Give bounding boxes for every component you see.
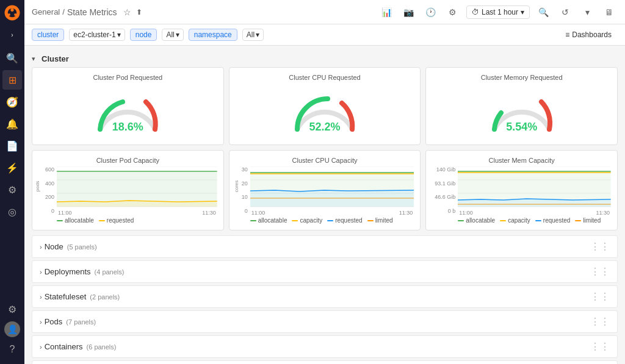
toolbar: cluster ec2-cluster-1 ▾ node All ▾ names… xyxy=(24,24,625,46)
sidebar-item-search[interactable]: 🔍 xyxy=(2,48,22,68)
cluster-mem-capacity-title: Cluster Mem Capacity xyxy=(432,157,611,164)
share-icon[interactable]: ⬆ xyxy=(136,8,142,16)
cluster-dropdown-icon: ▾ xyxy=(117,30,121,39)
sidebar: › 🔍 ⊞ 🧭 🔔 📄 ⚡ ⚙ ◎ ⚙ 👤 ? xyxy=(0,0,24,364)
yaxis-1: 600 400 200 0 xyxy=(38,166,56,224)
legend-label-allocatable-1: allocatable xyxy=(65,217,94,224)
xtick-3-1: 11:30 xyxy=(596,210,610,216)
legend-3: allocatable capacity requested xyxy=(458,217,611,224)
svg-marker-16 xyxy=(250,190,414,207)
sidebar-item-reports[interactable]: 📄 xyxy=(2,136,22,155)
section-row-pods[interactable]: › Pods (7 panels) ⋮⋮ xyxy=(32,310,618,333)
toolbar-right: ≡ Dashboards xyxy=(559,28,618,41)
xtick-2-1: 11:30 xyxy=(399,210,413,216)
chart-svg-2 xyxy=(250,166,414,208)
legend-2: allocatable capacity requested xyxy=(250,217,414,224)
dashboards-button[interactable]: ≡ Dashboards xyxy=(559,28,618,41)
ytick-2-1: 10 xyxy=(236,194,248,200)
sidebar-item-circle[interactable]: ◎ xyxy=(2,202,22,221)
legend-color-limited-3 xyxy=(575,220,581,221)
sidebar-item-alerts[interactable]: 🔔 xyxy=(2,114,22,134)
ytick-3-3: 140 Gib xyxy=(432,166,455,173)
section-sub-1: (4 panels) xyxy=(95,268,125,276)
cluster-value-select[interactable]: ec2-cluster-1 ▾ xyxy=(69,29,125,41)
legend-item-capacity-3: capacity xyxy=(500,217,530,224)
legend-1: allocatable requested xyxy=(57,217,217,224)
ytick-1-0: 0 xyxy=(38,208,54,214)
settings-button[interactable]: ⚙ xyxy=(444,4,461,21)
clock-button[interactable]: 🕐 xyxy=(422,4,439,21)
sidebar-item-data-sources[interactable]: ⚡ xyxy=(2,158,22,177)
ytick-1-3: 600 xyxy=(38,166,54,173)
legend-label-allocatable-3: allocatable xyxy=(466,217,495,224)
section-arrow-0: › xyxy=(40,243,42,251)
xaxis-2: 11:00 11:30 xyxy=(250,210,414,216)
svg-point-4 xyxy=(14,13,16,16)
section-arrow-2: › xyxy=(40,293,42,301)
sidebar-item-settings[interactable]: ⚙ xyxy=(2,299,22,319)
cluster-memory-requested-value: 5.54% xyxy=(506,121,537,134)
time-range-selector[interactable]: ⏱ Last 1 hour ▾ xyxy=(466,5,530,19)
section-row-statefuleset[interactable]: › Statefuleset (2 panels) ⋮⋮ xyxy=(32,285,618,308)
sidebar-item-dashboards[interactable]: ⊞ xyxy=(2,70,22,90)
sidebar-item-help[interactable]: ? xyxy=(2,340,22,359)
refresh-dropdown[interactable]: ▾ xyxy=(579,4,596,21)
monitor-button[interactable]: 🖥 xyxy=(601,4,618,21)
star-icon[interactable]: ☆ xyxy=(123,7,131,17)
chart-1-wrapper: 600 400 200 0 pods xyxy=(38,166,217,224)
legend-label-capacity-2: capacity xyxy=(300,217,322,224)
cluster-cpu-requested-gauge: 52.2% xyxy=(236,84,414,138)
svg-point-2 xyxy=(10,9,13,12)
header-left: General / State Metrics ☆ ⬆ xyxy=(32,7,374,17)
xaxis-3: 11:00 11:30 xyxy=(458,210,611,216)
cluster-pod-requested-title: Cluster Pod Requested xyxy=(38,74,217,81)
namespace-filter-label: namespace xyxy=(194,30,232,39)
sidebar-item-avatar[interactable]: 👤 xyxy=(4,321,20,337)
namespace-value-select[interactable]: All ▾ xyxy=(242,29,264,41)
cluster-pod-requested-card: Cluster Pod Requested 18.6% xyxy=(32,67,224,145)
cluster-section-title: Cluster xyxy=(42,54,69,63)
bar-chart-button[interactable]: 📊 xyxy=(378,4,396,21)
cluster-pod-requested-gauge: 18.6% xyxy=(38,84,217,138)
section-row-deployments[interactable]: › Deployments (4 panels) ⋮⋮ xyxy=(32,260,618,283)
sidebar-item-explore[interactable]: 🧭 xyxy=(2,92,22,112)
camera-button[interactable]: 📷 xyxy=(400,4,417,21)
section-drag-2[interactable]: ⋮⋮ xyxy=(590,291,610,302)
chart-cards-grid: Cluster Pod Capacity 600 400 200 0 pods xyxy=(32,150,618,230)
sidebar-item-kubernetes[interactable]: ⚙ xyxy=(2,180,22,199)
main-area: General / State Metrics ☆ ⬆ 📊 📷 🕐 ⚙ ⏱ La… xyxy=(24,0,625,364)
chart-1-area: pods xyxy=(57,166,217,224)
cluster-mem-capacity-card: Cluster Mem Capacity 140 Gib 93.1 Gib 46… xyxy=(425,150,618,230)
section-drag-3[interactable]: ⋮⋮ xyxy=(590,316,610,327)
legend-label-allocatable-2: allocatable xyxy=(258,217,287,224)
node-value-select[interactable]: All ▾ xyxy=(162,29,183,41)
section-drag-4[interactable]: ⋮⋮ xyxy=(590,341,610,352)
cluster-cpu-capacity-title: Cluster CPU Capacity xyxy=(236,157,414,164)
sidebar-toggle[interactable]: › xyxy=(6,29,18,41)
section-drag-1[interactable]: ⋮⋮ xyxy=(590,266,610,277)
legend-color-capacity-2 xyxy=(292,220,298,221)
ytick-1-1: 200 xyxy=(38,194,54,200)
cluster-pod-capacity-card: Cluster Pod Capacity 600 400 200 0 pods xyxy=(32,150,224,230)
ytick-2-0: 0 xyxy=(236,208,248,214)
section-row-node[interactable]: › Node (5 panels) ⋮⋮ xyxy=(32,235,618,258)
legend-label-requested-2: requested xyxy=(335,217,362,224)
section-row-hpa[interactable]: › HPA (4 panels) ⋮⋮ xyxy=(32,360,618,364)
logo[interactable] xyxy=(4,5,20,23)
section-row-containers[interactable]: › Containers (6 panels) ⋮⋮ xyxy=(32,335,618,358)
drag-dots-1: ⋮⋮ xyxy=(590,266,610,277)
section-sub-2: (2 panels) xyxy=(90,293,120,301)
refresh-button[interactable]: ↺ xyxy=(557,4,574,21)
section-title-0: Node xyxy=(45,242,63,251)
ytick-2-3: 30 xyxy=(236,166,248,173)
breadcrumb-general[interactable]: General xyxy=(32,7,60,16)
section-drag-0[interactable]: ⋮⋮ xyxy=(590,241,610,252)
legend-color-allocatable-1 xyxy=(57,220,63,221)
yaxis-label-2: cores xyxy=(234,180,239,193)
cluster-section-header[interactable]: ▾ Cluster xyxy=(32,51,618,67)
xaxis-1: 11:00 11:30 xyxy=(57,210,217,216)
xtick-3-0: 11:00 xyxy=(459,210,473,216)
zoom-out-button[interactable]: 🔍 xyxy=(535,4,552,21)
cluster-toggle-arrow: ▾ xyxy=(32,55,35,63)
svg-point-3 xyxy=(8,13,10,16)
